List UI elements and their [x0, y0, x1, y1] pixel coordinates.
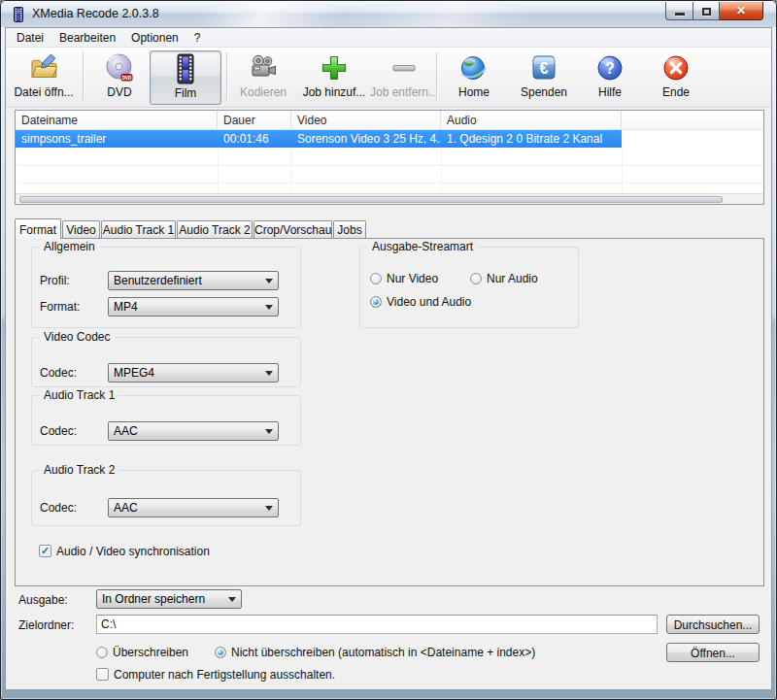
film-button[interactable]: Film [150, 50, 221, 105]
audio-track-2-codec-value: AAC [114, 501, 260, 515]
profil-value: Benutzerdefiniert [114, 274, 260, 287]
sync-checkbox[interactable]: ✓ Audio / Video synchronisation [39, 545, 210, 558]
video-codec-combobox[interactable]: MPEG4 [108, 363, 279, 383]
help-icon: ? [594, 52, 625, 83]
toolbar-separator [226, 52, 228, 101]
radio-nur-video[interactable]: Nur Video [370, 272, 438, 285]
window-title: XMedia Recode 2.0.3.8 [32, 7, 159, 20]
app-window: XMedia Recode 2.0.3.8 ✕ Datei Bearbeiten… [0, 0, 777, 700]
radio-icon [370, 273, 382, 284]
tab-audio-track-1[interactable]: Audio Track 1 [101, 220, 176, 238]
group-title: Audio Track 1 [40, 388, 118, 402]
shutdown-checkbox[interactable]: Computer nach Fertigstellung ausschalten… [96, 668, 335, 682]
group-ausgabe-streamart: Ausgabe-Streamart Nur Video Nur Audio Vi… [359, 247, 579, 328]
toolbar-separator [436, 52, 438, 101]
tab-jobs[interactable]: Jobs [333, 220, 366, 238]
film-icon [170, 53, 201, 84]
menu-item-bearbeiten[interactable]: Bearbeiten [51, 29, 123, 47]
donate-euro-icon: € [528, 52, 559, 83]
durchsuchen-button[interactable]: Durchsuchen... [666, 615, 760, 634]
group-title: Ausgabe-Streamart [368, 240, 477, 253]
radio-icon [96, 647, 108, 658]
group-video-codec: Video Codec Codec: MPEG4 [31, 337, 301, 387]
dvd-button[interactable]: DVD DVD [89, 50, 150, 105]
add-job-button[interactable]: Job hinzuf... [299, 50, 369, 105]
chevron-down-icon [223, 590, 241, 608]
format-combobox[interactable]: MP4 [108, 297, 279, 317]
toolbar-label: DVD [89, 85, 150, 99]
profil-combobox[interactable]: Benutzerdefiniert [108, 271, 279, 290]
quit-icon [660, 52, 692, 83]
close-icon: ✕ [736, 4, 746, 17]
minimize-button[interactable] [665, 2, 693, 20]
audio-track-2-codec-combobox[interactable]: AAC [108, 498, 279, 517]
ausgabe-value: In Ordner speichern [102, 592, 223, 606]
group-title: Audio Track 2 [40, 463, 118, 477]
donate-button[interactable]: € Spenden [510, 50, 578, 105]
ausgabe-combobox[interactable]: In Ordner speichern [96, 589, 242, 609]
column-header-dauer[interactable]: Dauer [218, 111, 291, 129]
toolbar-label: Film [151, 86, 220, 100]
radio-icon [470, 273, 482, 284]
cell-dauer: 00:01:46 [218, 130, 291, 148]
codec-label: Codec: [40, 424, 77, 438]
audio-track-1-codec-combobox[interactable]: AAC [108, 421, 279, 441]
menu-item-optionen[interactable]: Optionen [123, 29, 186, 47]
video-codec-value: MPEG4 [114, 366, 260, 380]
ausgabe-label: Ausgabe: [18, 593, 68, 607]
toolbar-label: Hilfe [580, 85, 640, 99]
zielordner-input[interactable] [96, 615, 658, 634]
maximize-button[interactable] [693, 2, 720, 20]
scrollbar-thumb[interactable] [19, 196, 723, 203]
window-content: Datei Bearbeiten Optionen ? Datei öffn..… [5, 27, 772, 690]
toolbar-label: Home [442, 85, 506, 99]
open-file-button[interactable]: Datei öffn... [8, 50, 80, 105]
tab-audio-track-2[interactable]: Audio Track 2 [177, 220, 253, 238]
radio-icon [370, 296, 382, 308]
svg-text:€: € [540, 60, 549, 77]
toolbar-label: Datei öffn... [8, 85, 80, 99]
column-header-audio[interactable]: Audio [441, 111, 622, 129]
tab-crop-vorschau[interactable]: Crop/Vorschau [253, 220, 332, 238]
checkbox-label: Audio / Video synchronisation [56, 545, 210, 558]
column-header-dateiname[interactable]: Dateiname [16, 111, 218, 129]
file-table: Dateiname Dauer Video Audio simpsons_tra… [15, 110, 764, 205]
toolbar-label: Spenden [510, 85, 578, 99]
close-button[interactable]: ✕ [720, 2, 763, 20]
checkbox-checked-icon: ✓ [39, 545, 51, 557]
chevron-down-icon [260, 298, 278, 316]
cell-audio: 1. Qdesign 2 0 Bitrate 2 Kanal [441, 130, 622, 148]
title-bar[interactable]: XMedia Recode 2.0.3.8 ✕ [1, 1, 776, 27]
radio-nicht-ueberschreiben[interactable]: Nicht überschreiben (automatisch in <Dat… [215, 646, 535, 659]
format-tab-panel: Allgemein Profil: Benutzerdefiniert Form… [15, 238, 764, 586]
group-title: Allgemein [40, 240, 99, 253]
radio-video-und-audio[interactable]: Video und Audio [370, 295, 471, 309]
checkbox-label: Computer nach Fertigstellung ausschalten… [114, 668, 335, 682]
menu-item-datei[interactable]: Datei [9, 29, 51, 47]
radio-label: Video und Audio [387, 295, 471, 309]
toolbar-label: Kodieren [231, 85, 295, 99]
toolbar-separator [83, 52, 84, 101]
radio-nur-audio[interactable]: Nur Audio [470, 272, 538, 285]
oeffnen-button[interactable]: Öffnen... [666, 643, 760, 662]
maximize-icon [702, 8, 711, 16]
open-file-icon [28, 52, 59, 83]
tab-video[interactable]: Video [62, 220, 100, 238]
menu-item-help[interactable]: ? [186, 29, 209, 47]
help-button[interactable]: ? Hilfe [580, 50, 640, 105]
horizontal-scrollbar[interactable] [16, 193, 763, 204]
radio-icon [215, 647, 226, 658]
radio-label: Nicht überschreiben (automatisch in <Dat… [231, 646, 535, 659]
column-header-video[interactable]: Video [291, 111, 441, 129]
codec-label: Codec: [40, 366, 77, 380]
radio-ueberschreiben[interactable]: Überschreiben [96, 646, 188, 659]
group-audio-track-2: Audio Track 2 Codec: AAC [31, 470, 301, 526]
grid-line [218, 148, 219, 192]
app-film-icon [11, 7, 26, 22]
table-row-selected[interactable]: simpsons_trailer 00:01:46 Sorenson Video… [16, 130, 763, 148]
home-button[interactable]: Home [442, 50, 506, 105]
encode-icon [248, 52, 279, 83]
quit-button[interactable]: Ende [644, 50, 708, 105]
tab-format[interactable]: Format [15, 218, 61, 239]
audio-track-1-codec-value: AAC [114, 424, 260, 438]
